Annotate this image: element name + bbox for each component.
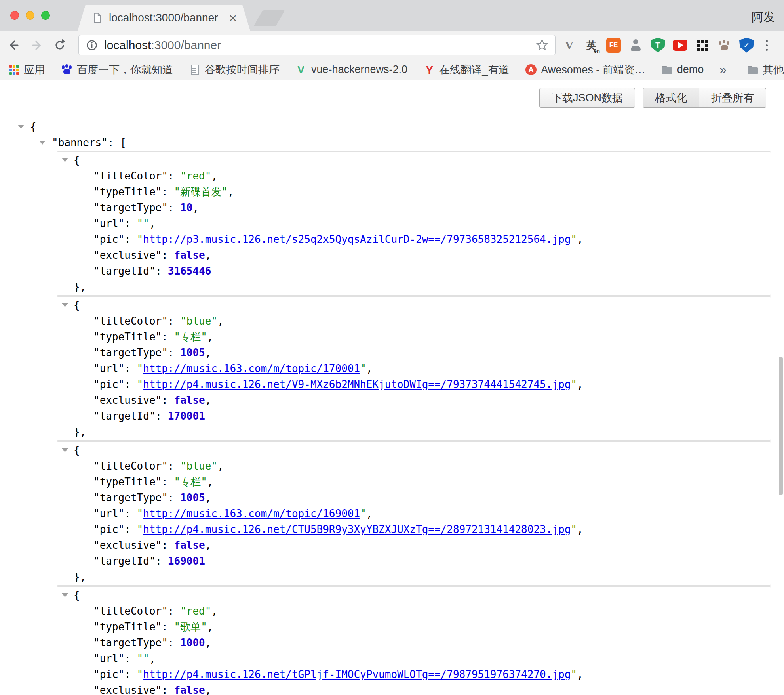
address-bar[interactable]: localhost:3000/banner xyxy=(78,35,556,55)
other-bookmarks-button[interactable]: 其他书签 xyxy=(737,63,784,77)
json-key: "typeTitle" xyxy=(93,621,162,633)
collapse-toggle-icon[interactable] xyxy=(39,141,46,145)
youtube-icon[interactable] xyxy=(673,40,687,51)
json-key: "targetType" xyxy=(93,637,168,649)
json-punctuation: , xyxy=(577,378,583,390)
format-button[interactable]: 格式化 xyxy=(643,88,699,108)
json-punctuation: : xyxy=(168,460,180,472)
tab-title: localhost:3000/banner xyxy=(109,11,225,24)
json-key: "pic" xyxy=(93,233,124,245)
collapse-toggle-icon[interactable] xyxy=(62,303,68,307)
browser-tab[interactable]: localhost:3000/banner × xyxy=(78,5,250,31)
json-string-value: " xyxy=(137,508,143,519)
download-json-button[interactable]: 下载JSON数据 xyxy=(539,88,635,108)
json-key: "banners" xyxy=(52,137,108,149)
collapse-toggle-icon[interactable] xyxy=(62,593,68,597)
json-url-link[interactable]: http://p4.music.126.net/V9-MXz6b2MNhEKju… xyxy=(143,378,571,390)
json-url-link[interactable]: http://p4.music.126.net/tGPljf-IMOCyPvum… xyxy=(143,668,571,680)
json-viewer-actions: 下载JSON数据 格式化 折叠所有 xyxy=(539,88,766,108)
json-key: "titleColor" xyxy=(93,170,168,182)
json-punctuation: : xyxy=(124,668,137,680)
browser-toolbar: localhost:3000/banner xyxy=(0,31,784,59)
json-object-close-line: }, xyxy=(57,424,771,440)
json-punctuation: }, xyxy=(74,281,86,293)
json-tree: {"banners": [{"titleColor": "red","typeT… xyxy=(0,119,784,695)
green-shield-icon[interactable] xyxy=(651,38,665,53)
json-key: "targetId" xyxy=(93,555,156,567)
collapse-toggle-icon[interactable] xyxy=(62,158,68,162)
json-url-link[interactable]: http://p4.music.126.net/CTU5B9R9y3XyYBZX… xyxy=(143,523,571,535)
window-close-button[interactable] xyxy=(10,11,19,20)
bookmark-item[interactable]: vue-hackernews-2.0 xyxy=(295,63,407,76)
blue-shield-icon[interactable] xyxy=(739,38,754,53)
collapse-all-button[interactable]: 折叠所有 xyxy=(699,88,766,108)
profile-name: 阿发 xyxy=(752,9,775,25)
json-field-row: "exclusive": false, xyxy=(57,682,771,695)
reload-button[interactable] xyxy=(52,38,67,53)
json-punctuation: { xyxy=(74,154,80,166)
extension-icons xyxy=(562,38,754,53)
json-string-value: "red" xyxy=(180,605,211,617)
bookmark-star-icon[interactable] xyxy=(535,38,549,52)
json-field-row: "typeTitle": "专栏", xyxy=(57,474,771,490)
bookmark-item[interactable]: Awesomes - 前端资… xyxy=(525,63,645,77)
json-key: "pic" xyxy=(93,668,124,680)
collapse-toggle-icon[interactable] xyxy=(18,125,24,129)
json-punctuation: , xyxy=(207,621,213,633)
window-minimize-button[interactable] xyxy=(26,11,34,20)
page-info-icon[interactable] xyxy=(85,38,99,52)
json-punctuation: , xyxy=(211,170,217,182)
browser-menu-button[interactable] xyxy=(760,37,773,53)
forward-button[interactable] xyxy=(29,38,44,53)
tab-close-icon[interactable]: × xyxy=(229,12,237,24)
en-translate-icon[interactable] xyxy=(584,38,599,53)
bookmark-item[interactable]: 百度一下，你就知道 xyxy=(61,63,173,77)
json-punctuation: : xyxy=(124,218,137,229)
fe-icon[interactable] xyxy=(606,38,621,53)
bookmark-item[interactable]: 在线翻译_有道 xyxy=(423,63,509,77)
json-field-row: "pic": "http://p3.music.126.net/s25q2x5Q… xyxy=(57,231,771,247)
json-field-row: "targetId": 3165446 xyxy=(57,263,771,279)
vertical-scrollbar-thumb[interactable] xyxy=(779,357,783,495)
json-field-row: "url": "", xyxy=(57,216,771,231)
json-punctuation: : xyxy=(124,653,137,664)
json-punctuation: : xyxy=(162,476,174,488)
json-field-row: "titleColor": "red", xyxy=(57,603,771,619)
json-url-link[interactable]: http://music.163.com/m/topic/170001 xyxy=(143,363,360,374)
json-string-value: " xyxy=(137,523,143,535)
json-string-value: "" xyxy=(137,218,149,229)
json-string-value: " xyxy=(571,668,577,680)
json-punctuation: { xyxy=(30,121,36,133)
json-string-value: " xyxy=(360,508,366,519)
json-key: "typeTitle" xyxy=(93,331,162,343)
window-zoom-button[interactable] xyxy=(41,11,50,20)
bookmark-item[interactable]: 应用 xyxy=(8,63,45,77)
json-punctuation: : xyxy=(168,315,180,327)
back-button[interactable] xyxy=(6,38,21,53)
json-field-row: "typeTitle": "专栏", xyxy=(57,329,771,345)
json-field-row: "pic": "http://p4.music.126.net/CTU5B9R9… xyxy=(57,521,771,537)
json-punctuation: : xyxy=(168,605,180,617)
json-key: "typeTitle" xyxy=(93,476,162,488)
collapse-toggle-icon[interactable] xyxy=(62,448,68,452)
paw-icon[interactable] xyxy=(717,38,732,53)
bookmarks-overflow-chevron[interactable]: » xyxy=(719,62,727,77)
person-icon[interactable] xyxy=(628,38,643,53)
json-field-row: "targetId": 169001 xyxy=(57,553,771,569)
json-number-value: 1005 xyxy=(180,492,205,504)
bookmark-item[interactable]: demo xyxy=(661,63,704,76)
bookmark-item[interactable]: 谷歌按时间排序 xyxy=(189,63,280,77)
json-key: "url" xyxy=(93,363,124,374)
json-punctuation: : xyxy=(162,394,174,406)
json-key: "titleColor" xyxy=(93,460,168,472)
json-url-link[interactable]: http://music.163.com/m/topic/169001 xyxy=(143,508,360,519)
json-punctuation: , xyxy=(149,218,156,229)
new-tab-button[interactable] xyxy=(253,10,285,26)
json-punctuation: , xyxy=(577,233,583,245)
json-url-link[interactable]: http://p3.music.126.net/s25q2x5QyqsAzilC… xyxy=(143,233,571,245)
json-field-row: "titleColor": "blue", xyxy=(57,313,771,329)
qrcode-icon[interactable] xyxy=(695,38,710,53)
vimium-icon[interactable] xyxy=(562,38,577,53)
json-field-row: "exclusive": false, xyxy=(57,392,771,408)
json-field-row: "url": "", xyxy=(57,651,771,666)
